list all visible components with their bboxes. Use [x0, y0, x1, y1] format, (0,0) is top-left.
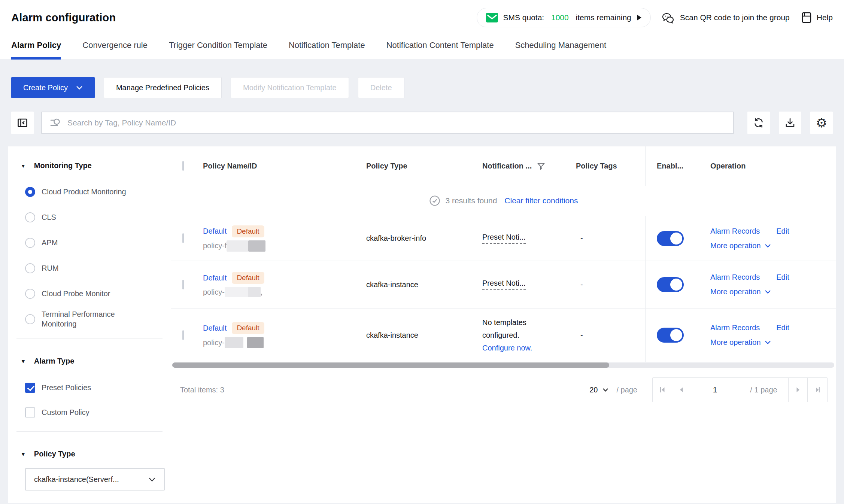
sms-envelope-icon [486, 13, 498, 22]
policy-name-link[interactable]: Default [203, 227, 227, 236]
radio-cloud-probe-monitor[interactable]: Cloud Probe Monitor [8, 281, 171, 306]
row-checkbox-cell [171, 331, 203, 340]
radio-cls[interactable]: CLS [8, 204, 171, 230]
enable-toggle-on[interactable] [657, 328, 684, 343]
last-page-button[interactable] [807, 378, 827, 402]
redacted-block [227, 240, 248, 252]
policy-name-cell: Default Default policy- [203, 322, 366, 348]
scan-qr-label: Scan QR code to join the group [680, 13, 790, 22]
manage-predefined-policies-button[interactable]: Manage Predefined Policies [104, 77, 222, 98]
radio-cloud-product-monitoring[interactable]: Cloud Product Monitoring [8, 179, 171, 204]
default-badge: Default [232, 272, 264, 284]
policy-type-select[interactable]: ckafka-instance(Serverf... [25, 468, 165, 491]
first-page-button[interactable] [653, 378, 672, 402]
notification-template-value[interactable]: Preset Noti... [482, 279, 526, 290]
policy-name-link[interactable]: Default [203, 324, 227, 333]
page-size-select[interactable]: 20 / page [589, 386, 637, 394]
enable-cell [645, 216, 692, 261]
alarm-records-link[interactable]: Alarm Records [710, 273, 760, 282]
horizontal-scrollbar-thumb[interactable] [172, 362, 609, 368]
download-button[interactable] [779, 112, 801, 134]
monitoring-type-section-header[interactable]: ▼ Monitoring Type [8, 161, 171, 170]
enable-toggle-on[interactable] [657, 231, 684, 246]
settings-button[interactable]: ⚙ [810, 112, 833, 134]
more-operation-link[interactable]: More operation [710, 288, 771, 296]
edit-link[interactable]: Edit [776, 324, 789, 332]
search-toolbar: ⚙ [11, 112, 833, 134]
sidebar-divider [16, 338, 163, 339]
filter-funnel-icon[interactable] [537, 162, 545, 170]
tab-convergence-rule[interactable]: Convergence rule [82, 31, 148, 59]
row-checkbox-cell [171, 280, 203, 289]
refresh-button[interactable] [747, 112, 770, 134]
enable-cell [645, 309, 692, 362]
create-policy-button[interactable]: Create Policy [11, 77, 95, 98]
row-checkbox[interactable] [182, 280, 184, 289]
edit-link[interactable]: Edit [776, 273, 789, 282]
collapse-panel-icon [17, 117, 28, 128]
alarm-records-link[interactable]: Alarm Records [710, 227, 760, 236]
tab-notification-content-template[interactable]: Notification Content Template [386, 31, 494, 59]
more-operation-link[interactable]: More operation [710, 242, 771, 250]
radio-label: Cloud Product Monitoring [42, 187, 126, 197]
policy-id-prefix: policy- [203, 288, 225, 297]
more-operation-label: More operation [710, 288, 761, 296]
policy-id-prefix: policy- [203, 338, 225, 347]
alarm-type-section-header[interactable]: ▼ Alarm Type [8, 357, 171, 365]
policy-name-link[interactable]: Default [203, 274, 227, 282]
previous-page-button[interactable] [672, 378, 691, 402]
monitoring-type-title: Monitoring Type [34, 161, 92, 170]
edit-link[interactable]: Edit [776, 227, 789, 236]
enable-toggle-on[interactable] [657, 277, 684, 292]
column-enabled: Enabl... [645, 146, 692, 186]
modify-notification-template-button[interactable]: Modify Notification Template [231, 77, 349, 98]
checkbox-custom-policy[interactable]: Custom Policy [8, 400, 171, 425]
configure-now-link[interactable]: Configure now. [482, 341, 532, 354]
policy-id: policy- , [203, 287, 366, 297]
tab-scheduling-management[interactable]: Scheduling Management [515, 31, 606, 59]
modify-notification-label: Modify Notification Template [243, 84, 337, 92]
radio-rum[interactable]: RUM [8, 255, 171, 281]
policy-tags-value: - [580, 234, 583, 242]
collapse-sidebar-button[interactable] [11, 112, 34, 134]
chevron-down-icon [765, 340, 771, 344]
sms-quota-pill[interactable]: SMS quota: 1000 items remaining [477, 8, 650, 27]
clear-filter-link[interactable]: Clear filter conditions [504, 196, 578, 205]
tab-trigger-condition-template[interactable]: Trigger Condition Template [169, 31, 267, 59]
radio-terminal-performance-monitoring[interactable]: Terminal Performance Monitoring [8, 306, 171, 332]
tab-label: Notification Content Template [386, 40, 494, 50]
total-pages-indicator: / 1 page [739, 378, 788, 402]
help-icon [801, 12, 812, 24]
policy-tags-value: - [580, 280, 583, 289]
page-title: Alarm configuration [11, 12, 116, 24]
row-checkbox[interactable] [182, 233, 184, 243]
checkbox-preset-policies[interactable]: Preset Policies [8, 375, 171, 400]
scan-qr-group[interactable]: Scan QR code to join the group [662, 12, 790, 24]
delete-button[interactable]: Delete [358, 77, 404, 98]
radio-apm[interactable]: APM [8, 230, 171, 255]
row-checkbox[interactable] [182, 330, 184, 340]
tab-notification-template[interactable]: Notification Template [289, 31, 365, 59]
select-all-checkbox[interactable] [182, 161, 184, 171]
alarm-records-link[interactable]: Alarm Records [710, 324, 760, 332]
tab-alarm-policy[interactable]: Alarm Policy [11, 31, 61, 59]
horizontal-scrollbar[interactable] [172, 362, 834, 368]
chevron-down-icon [602, 388, 608, 392]
search-input[interactable] [67, 118, 726, 127]
more-operation-link[interactable]: More operation [710, 338, 771, 347]
policy-table: Policy Name/ID Policy Type Notification … [171, 146, 836, 503]
checkbox-label: Custom Policy [42, 408, 89, 417]
next-page-button[interactable] [788, 378, 807, 402]
total-pages-text: / 1 page [750, 386, 777, 394]
download-icon [784, 117, 796, 129]
notification-cell: No templates configured. Configure now. [482, 316, 576, 354]
help-group[interactable]: Help [801, 12, 833, 24]
page-size-value: 20 [589, 386, 598, 394]
current-page-indicator[interactable]: 1 [691, 378, 739, 402]
checkbox-label: Preset Policies [42, 383, 91, 392]
policy-type-section-header[interactable]: ▼ Policy Type [8, 450, 171, 458]
refresh-icon [753, 117, 765, 129]
notification-template-value[interactable]: Preset Noti... [482, 233, 526, 244]
policy-type-value: ckafka-instance [366, 331, 482, 340]
search-icon [49, 117, 61, 129]
